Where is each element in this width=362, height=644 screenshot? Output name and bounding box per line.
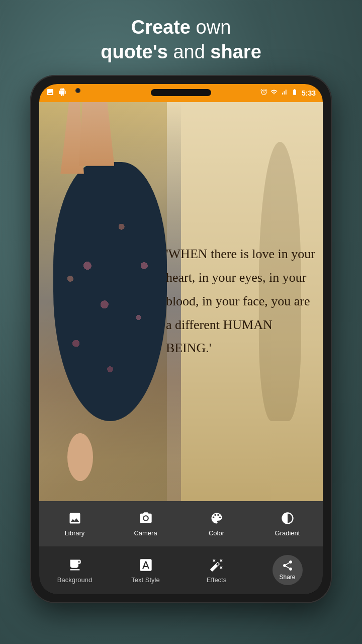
camera-button[interactable]: Camera: [110, 510, 181, 537]
gradient-label: Gradient: [275, 529, 300, 537]
header-normal-1: own: [191, 17, 231, 38]
phone-speaker: [151, 89, 211, 96]
status-time: 5:33: [302, 89, 316, 97]
share-circle-button[interactable]: Share: [273, 555, 303, 585]
battery-icon: [291, 89, 299, 97]
color-button[interactable]: Color: [181, 510, 252, 537]
wifi-icon: [270, 89, 278, 97]
share-button[interactable]: Share: [252, 555, 323, 585]
camera-icon: [138, 510, 154, 526]
camera-label: Camera: [134, 529, 157, 537]
background-button[interactable]: Background: [39, 557, 110, 584]
bottom-toolbar-2: Background Text Style Effects Share: [39, 546, 323, 594]
status-left-icons: [46, 88, 66, 98]
text-style-icon: [138, 557, 154, 573]
header-bold-3: share: [210, 41, 261, 62]
share-label: Share: [279, 574, 295, 581]
header-bold-1: Create: [131, 17, 191, 38]
background-label: Background: [57, 576, 92, 584]
quote-overlay: 'WHEN there is love in your heart, in yo…: [158, 102, 323, 501]
phone-frame: 5:33 'WHEN there is love in your heart, …: [30, 75, 332, 603]
image-area[interactable]: 'WHEN there is love in your heart, in yo…: [39, 102, 323, 501]
library-button[interactable]: Library: [39, 510, 110, 537]
effects-button[interactable]: Effects: [181, 557, 252, 584]
text-style-label: Text Style: [131, 576, 159, 584]
library-label: Library: [65, 529, 85, 537]
header-text: Create own quote's and share: [70, 0, 292, 75]
background-icon: [67, 557, 83, 573]
library-icon: [67, 510, 83, 526]
face-figure: [67, 433, 93, 481]
color-icon: [209, 510, 225, 526]
phone-camera: [75, 88, 80, 93]
header-bold-2: quote's: [101, 41, 168, 62]
effects-icon: [209, 557, 225, 573]
android-status-icon: [58, 88, 66, 98]
gradient-icon: [280, 510, 296, 526]
signal-icon: [281, 89, 288, 97]
gallery-status-icon: [46, 88, 54, 98]
bottom-toolbar-1: Library Camera Color Gradient: [39, 501, 323, 546]
text-style-button[interactable]: Text Style: [110, 557, 181, 584]
gradient-button[interactable]: Gradient: [252, 510, 323, 537]
phone-screen: 5:33 'WHEN there is love in your heart, …: [39, 84, 323, 594]
effects-label: Effects: [207, 576, 227, 584]
status-right-icons: 5:33: [260, 89, 316, 97]
color-label: Color: [209, 529, 224, 537]
alarm-icon: [260, 89, 267, 97]
header-normal-2: and: [168, 41, 211, 62]
legs-figure-2: [79, 102, 115, 166]
quote-text: 'WHEN there is love in your heart, in yo…: [166, 243, 315, 360]
